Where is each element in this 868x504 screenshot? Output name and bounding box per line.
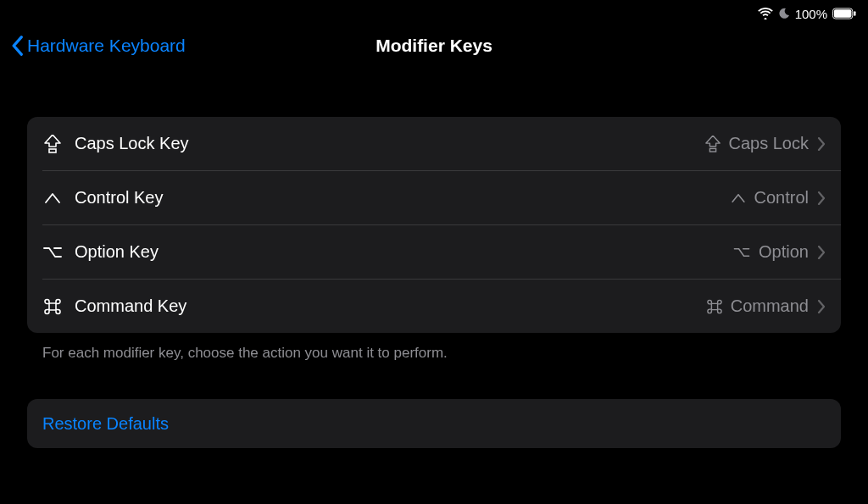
restore-defaults-button[interactable]: Restore Defaults: [27, 399, 841, 448]
svg-rect-2: [854, 11, 855, 16]
row-control[interactable]: Control Key Control: [27, 171, 841, 224]
caps-lock-icon: [42, 135, 63, 153]
row-value: Option: [759, 242, 809, 262]
modifier-keys-group: Caps Lock Key Caps Lock Control Key: [27, 117, 841, 333]
row-label: Control Key: [75, 188, 164, 208]
group-footer: For each modifier key, choose the action…: [27, 333, 841, 362]
chevron-left-icon: [10, 36, 25, 56]
row-value: Control: [754, 188, 809, 208]
chevron-right-icon: [817, 137, 826, 151]
row-command[interactable]: Command Key Command: [27, 280, 841, 333]
restore-defaults-label: Restore Defaults: [42, 414, 169, 434]
row-label: Caps Lock Key: [75, 134, 189, 153]
row-label: Command Key: [75, 296, 186, 316]
battery-percent: 100%: [795, 7, 827, 21]
chevron-right-icon: [817, 246, 826, 259]
chevron-right-icon: [817, 191, 826, 205]
row-option[interactable]: Option Key Option: [27, 225, 841, 279]
svg-rect-4: [709, 148, 715, 152]
chevron-right-icon: [817, 300, 826, 313]
row-value: Caps Lock: [729, 134, 810, 153]
content-area: Caps Lock Key Caps Lock Control Key: [0, 68, 868, 448]
back-label: Hardware Keyboard: [27, 36, 186, 56]
row-label: Option Key: [75, 242, 159, 262]
command-icon: [707, 299, 722, 314]
caps-lock-icon: [705, 136, 721, 152]
wifi-icon: [758, 8, 773, 19]
option-icon: [733, 247, 750, 258]
option-icon: [42, 246, 63, 258]
command-icon: [42, 298, 63, 315]
status-bar: 100%: [0, 0, 868, 24]
battery-icon: [832, 8, 856, 19]
control-icon: [731, 193, 746, 203]
svg-rect-1: [834, 9, 852, 17]
back-button[interactable]: Hardware Keyboard: [10, 36, 186, 56]
row-caps-lock[interactable]: Caps Lock Key Caps Lock: [27, 117, 841, 170]
page-title: Modifier Keys: [376, 36, 492, 56]
row-value: Command: [731, 296, 809, 316]
svg-rect-3: [49, 149, 56, 152]
navigation-bar: Hardware Keyboard Modifier Keys: [0, 24, 868, 68]
do-not-disturb-icon: [778, 8, 790, 19]
control-icon: [42, 192, 63, 204]
